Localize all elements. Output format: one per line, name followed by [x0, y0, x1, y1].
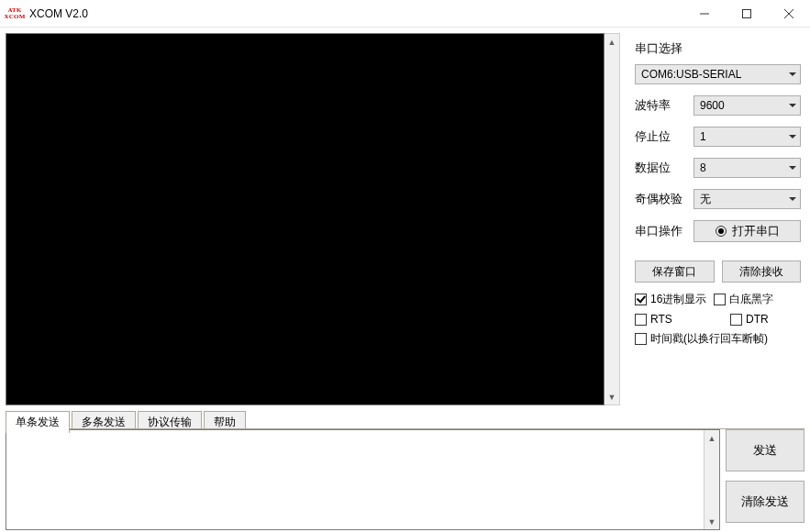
databits-label: 数据位	[635, 160, 693, 176]
maximize-button[interactable]	[726, 0, 768, 28]
parity-label: 奇偶校验	[635, 191, 693, 207]
white-bg-checkbox[interactable]	[714, 294, 726, 305]
scroll-down-icon[interactable]: ▼	[705, 514, 719, 529]
send-button-label: 发送	[753, 442, 777, 459]
scroll-up-icon[interactable]: ▲	[605, 34, 619, 50]
receive-textarea[interactable]	[6, 33, 605, 405]
baud-value: 9600	[700, 99, 725, 112]
title-bar: ATK XCOM XCOM V2.0	[0, 0, 810, 28]
scroll-up-icon[interactable]: ▲	[705, 430, 719, 446]
minimize-button[interactable]	[683, 0, 726, 28]
databits-select[interactable]: 8	[693, 158, 801, 178]
save-window-label: 保存窗口	[652, 264, 696, 280]
open-port-label: 打开串口	[732, 223, 780, 239]
window-controls	[683, 0, 810, 28]
parity-select[interactable]: 无	[693, 189, 801, 209]
timestamp-checkbox[interactable]	[635, 333, 647, 345]
svg-rect-1	[743, 9, 751, 17]
tab-single-label: 单条发送	[16, 416, 60, 428]
save-window-button[interactable]: 保存窗口	[635, 260, 715, 283]
chevron-down-icon	[789, 166, 796, 170]
send-scrollbar[interactable]: ▲ ▼	[704, 430, 719, 529]
dtr-label: DTR	[746, 313, 769, 326]
parity-value: 无	[700, 192, 711, 207]
port-op-label: 串口操作	[635, 223, 693, 239]
hex-display-label: 16进制显示	[650, 292, 706, 307]
clear-send-label: 清除发送	[741, 493, 789, 510]
clear-send-button[interactable]: 清除发送	[726, 481, 804, 523]
stopbits-select[interactable]: 1	[693, 127, 801, 147]
chevron-down-icon	[789, 135, 796, 139]
clear-recv-label: 清除接收	[739, 264, 783, 280]
chevron-down-icon	[789, 72, 796, 76]
port-select[interactable]: COM6:USB-SERIAL	[635, 64, 801, 84]
stopbits-label: 停止位	[635, 128, 693, 145]
timestamp-label: 时间戳(以换行回车断帧)	[650, 331, 768, 347]
rts-label: RTS	[650, 313, 672, 326]
baud-select[interactable]: 9600	[693, 95, 801, 116]
rts-checkbox[interactable]	[635, 314, 647, 326]
receive-area: ▲ ▼	[0, 28, 624, 411]
send-button[interactable]: 发送	[726, 429, 804, 471]
tab-help-label: 帮助	[214, 416, 236, 428]
window-title: XCOM V2.0	[29, 7, 88, 20]
close-button[interactable]	[768, 0, 810, 28]
receive-scrollbar[interactable]: ▲ ▼	[605, 33, 620, 405]
databits-value: 8	[700, 161, 706, 174]
tab-single-send[interactable]: 单条发送	[6, 411, 70, 433]
baud-label: 波特率	[635, 97, 693, 114]
app-icon: ATK XCOM	[4, 0, 26, 28]
stopbits-value: 1	[700, 130, 706, 143]
send-area: ▲ ▼ 发送 清除发送	[6, 429, 804, 530]
scroll-down-icon[interactable]: ▼	[605, 389, 619, 405]
serial-settings-panel: 串口选择 COM6:USB-SERIAL 波特率 9600 停止位 1 数据位	[624, 28, 810, 411]
tab-multi-label: 多条发送	[82, 416, 126, 428]
dtr-checkbox[interactable]	[730, 314, 742, 326]
chevron-down-icon	[789, 104, 796, 107]
port-status-indicator-icon	[716, 226, 727, 237]
app-icon-text-bottom: XCOM	[5, 14, 26, 20]
serial-select-label: 串口选择	[635, 40, 801, 57]
hex-display-checkbox[interactable]	[635, 294, 647, 305]
white-bg-label: 白底黑字	[729, 292, 773, 307]
send-textarea[interactable]	[6, 430, 704, 529]
port-select-value: COM6:USB-SERIAL	[641, 68, 741, 81]
chevron-down-icon	[789, 197, 796, 201]
open-port-button[interactable]: 打开串口	[693, 220, 801, 242]
clear-recv-button[interactable]: 清除接收	[722, 260, 802, 283]
tab-proto-label: 协议传输	[148, 416, 192, 428]
